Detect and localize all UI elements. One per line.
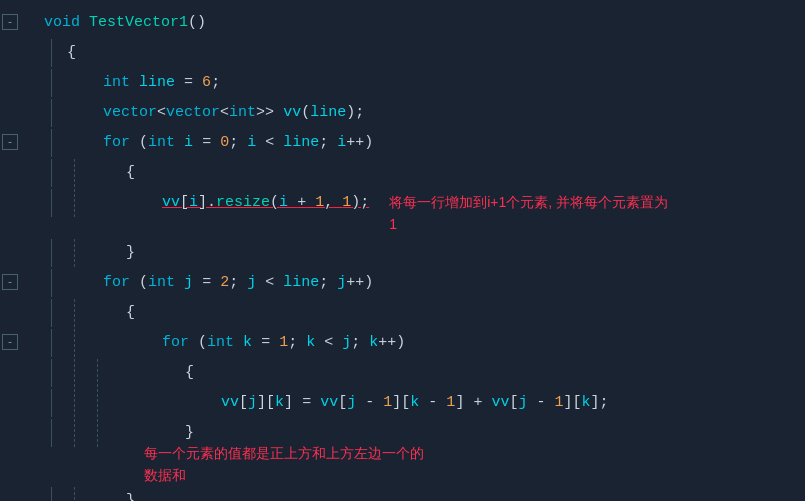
vline-8-1 [51, 239, 52, 267]
num-1c: 1 [279, 334, 288, 351]
resize-call: vv[i].resize(i + 1, 1); [90, 191, 369, 215]
line-content-5: for (int i = 0; i < line; i++) [63, 129, 805, 157]
keyword-for2: for [103, 274, 130, 291]
vline-12-1 [51, 359, 52, 387]
fold-icon-11[interactable]: - [2, 334, 18, 350]
num-1b: 1 [342, 194, 351, 211]
keyword-int4: int [148, 274, 175, 291]
var-j3: j [337, 274, 346, 291]
vline-9-1 [51, 269, 52, 297]
code-block-14: } 每一个元素的值都是正上方和上方左边一个的数据和 [0, 418, 805, 486]
annotation-line7: 将每一行增加到i+1个元素, 并将每个元素置为1 [389, 191, 669, 235]
vline-6-1 [51, 159, 52, 187]
vline-4-1 [51, 99, 52, 127]
line-content-11: for (int k = 1; k < j; k++) [86, 329, 805, 357]
vline-14-3 [97, 419, 98, 447]
var-k4: k [275, 394, 284, 411]
annotation-line14: 每一个元素的值都是正上方和上方左边一个的数据和 [144, 442, 424, 486]
code-line-13: vv[j][k] = vv[j - 1][k - 1] + vv[j - 1][… [0, 388, 805, 418]
vline-12-3 [97, 359, 98, 387]
var-vvj1: vv [320, 394, 338, 411]
var-j5: j [248, 394, 257, 411]
line-content-1: void TestVector1() [40, 9, 805, 37]
line-content-6: { [86, 159, 805, 187]
var-j4: j [342, 334, 351, 351]
vline-7-1 [51, 189, 52, 217]
code-line-10: { [0, 298, 805, 328]
num-2: 2 [220, 274, 229, 291]
var-i5: i [279, 194, 288, 211]
var-j6: j [347, 394, 356, 411]
line-content-15: } [86, 487, 805, 501]
var-vv: vv [283, 104, 301, 121]
fold-icon-5[interactable]: - [2, 134, 18, 150]
var-line2: line [310, 104, 346, 121]
vline-12-2 [74, 359, 75, 387]
keyword-int3: int [148, 134, 175, 151]
vline-15-2 [74, 487, 75, 501]
vline-3-1 [51, 69, 52, 97]
fold-icon-9[interactable]: - [2, 274, 18, 290]
keyword-vector1: vector [103, 104, 157, 121]
keyword-void: void [44, 14, 80, 31]
vline-13-3 [97, 389, 98, 417]
code-line-11: - for (int k = 1; k < j; k++) [0, 328, 805, 358]
num-0: 0 [220, 134, 229, 151]
var-line: line [139, 74, 175, 91]
vline-13-2 [74, 389, 75, 417]
code-line-7: vv[i].resize(i + 1, 1); 将每一行增加到i+1个元素, 并… [0, 188, 805, 238]
var-j: j [184, 274, 193, 291]
line-content-2: { [63, 39, 805, 67]
keyword-vector2: vector [166, 104, 220, 121]
code-line-1: - void TestVector1() [0, 8, 805, 38]
var-j7: j [518, 394, 527, 411]
var-i2: i [247, 134, 256, 151]
line-content-14: } [109, 419, 805, 447]
num-1a: 1 [315, 194, 324, 211]
var-j2: j [247, 274, 256, 291]
vline-8-2 [74, 239, 75, 267]
keyword-int: int [103, 74, 130, 91]
code-editor: - void TestVector1() { int line = 6; vec… [0, 0, 805, 501]
vline-11-2 [74, 329, 75, 357]
code-line-3: int line = 6; [0, 68, 805, 98]
fn-testvector: TestVector1 [89, 14, 188, 31]
var-vvj2: vv [491, 394, 509, 411]
fold-icon-1[interactable]: - [2, 14, 18, 30]
code-line-6: { [0, 158, 805, 188]
line-content-7: vv[i].resize(i + 1, 1); 将每一行增加到i+1个元素, 并… [86, 189, 805, 237]
num-6: 6 [202, 74, 211, 91]
var-vvjk: vv [221, 394, 239, 411]
fn-resize: resize [216, 194, 270, 211]
code-line-2: { [0, 38, 805, 68]
vline-14-1 [51, 419, 52, 447]
code-line-4: vector<vector<int>> vv(line); [0, 98, 805, 128]
code-line-12: { [0, 358, 805, 388]
code-line-8: } [0, 238, 805, 268]
var-i4: i [189, 194, 198, 211]
vline-7-2 [74, 189, 75, 217]
vline-5-1 [51, 129, 52, 157]
line-content-8: } [86, 239, 805, 267]
vline-10-1 [51, 299, 52, 327]
var-i: i [184, 134, 193, 151]
line-content-10: { [86, 299, 805, 327]
line-content-9: for (int j = 2; j < line; j++) [63, 269, 805, 297]
line-content-12: { [109, 359, 805, 387]
num-1f: 1 [555, 394, 564, 411]
annotation-row-14: 每一个元素的值都是正上方和上方左边一个的数据和 [40, 448, 805, 486]
vline-13-1 [51, 389, 52, 417]
annotation-spacer [40, 448, 64, 486]
vline-14-2 [74, 419, 75, 447]
vline-10-2 [74, 299, 75, 327]
keyword-int2: int [229, 104, 256, 121]
vline-11-1 [51, 329, 52, 357]
line-content-13: vv[j][k] = vv[j - 1][k - 1] + vv[j - 1][… [109, 389, 805, 417]
var-k2: k [306, 334, 315, 351]
var-vvi: vv [162, 194, 180, 211]
var-k6: k [582, 394, 591, 411]
keyword-int5: int [207, 334, 234, 351]
code-line-5: - for (int i = 0; i < line; i++) [0, 128, 805, 158]
var-k5: k [410, 394, 419, 411]
keyword-for3: for [162, 334, 189, 351]
